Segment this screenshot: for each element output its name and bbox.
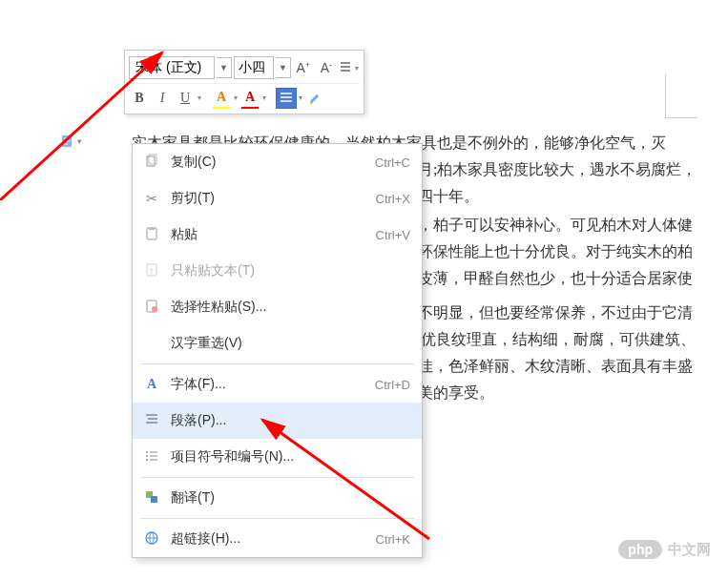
doc-text: 不明显，但也要经常保养，不过由于它清 [418,304,693,321]
font-color-dropdown-icon[interactable]: ▾ [262,93,266,102]
increase-font-button[interactable]: A+ [293,57,314,78]
menu-label: 超链接(H)... [171,530,376,548]
paste-icon [144,226,159,244]
decrease-font-button[interactable]: A- [316,57,337,78]
menu-shortcut: Ctrl+X [376,192,410,206]
menu-label: 项目符号和编号(N)... [171,448,410,466]
font-size-dropdown-icon[interactable]: ▼ [276,57,291,78]
svg-rect-4 [149,227,155,230]
format-painter-button[interactable] [304,88,325,109]
highlight-color-button[interactable]: A [213,88,230,109]
svg-point-11 [146,459,148,461]
svg-point-9 [146,451,148,453]
ruler-right-edge [665,74,697,118]
menu-label: 字体(F)... [171,376,375,393]
svg-point-10 [146,455,148,457]
doc-text: 佳，色泽鲜丽、木纹清晰、表面具有丰盛 [418,358,693,374]
underline-dropdown-icon[interactable]: ▾ [198,93,201,102]
paragraph-icon [144,412,159,430]
svg-point-8 [152,306,157,312]
justify-dropdown-icon[interactable]: ▾ [299,93,302,102]
menu-reselect-characters[interactable]: 汉字重选(V) [133,325,422,362]
menu-shortcut: Ctrl+C [375,155,410,170]
bullets-icon [144,448,159,466]
menu-label: 复制(C) [171,154,375,171]
doc-text: 月;柏木家具密度比较大，遇水不易腐烂， [418,161,697,177]
mini-toolbar: 宋体 (正文) ▼ 小四 ▼ A+ A- ▾ B I U ▾ A ▾ A ▾ ▾ [124,50,364,114]
doc-text: 皮薄，甲醛自然也少，也十分适合居家使 [418,270,693,286]
menu-separator [140,363,414,364]
menu-paste-special[interactable]: 选择性粘贴(S)... [133,289,422,325]
menu-separator [140,477,414,478]
font-icon: A [147,377,156,392]
document-nav-icon[interactable]: ▾ [57,130,84,153]
doc-text: 环保性能上也十分优良。对于纯实木的柏 [418,243,693,259]
context-menu: 复制(C) Ctrl+C ✂ 剪切(T) Ctrl+X 粘贴 Ctrl+V T … [132,143,423,558]
menu-paste-text-only: T 只粘贴文本(T) [133,253,422,289]
hyperlink-icon [144,530,159,549]
menu-label: 段落(P)... [171,412,410,429]
php-badge: php [618,540,662,559]
menu-shortcut: Ctrl+D [375,378,410,392]
paste-text-icon: T [144,262,159,280]
menu-hyperlink[interactable]: 超链接(H)... Ctrl+K [133,521,422,557]
line-spacing-button[interactable]: ▾ [339,57,360,78]
menu-bullets-numbering[interactable]: 项目符号和编号(N)... [133,439,422,475]
menu-label: 剪切(T) [171,190,376,207]
menu-label: 粘贴 [171,226,376,243]
menu-label: 只粘贴文本(T) [171,262,410,280]
cut-icon: ✂ [146,191,157,206]
bold-button[interactable]: B [129,88,150,109]
svg-text:T: T [150,267,155,276]
document-nav-dropdown-icon: ▾ [77,136,82,146]
menu-font[interactable]: A 字体(F)... Ctrl+D [133,366,422,403]
doc-text: |优良纹理直，结构细，耐腐，可供建筑、 [418,331,696,347]
menu-separator [140,518,414,519]
paste-special-icon [144,299,159,317]
italic-button[interactable]: I [152,88,173,109]
menu-label: 汉字重选(V) [171,335,410,352]
doc-text: 四十年。 [418,188,479,204]
watermark: php 中文网 [618,540,711,559]
font-name-dropdown-icon[interactable]: ▼ [217,57,232,78]
menu-shortcut: Ctrl+K [376,532,410,547]
underline-button[interactable]: U [175,88,196,109]
menu-paragraph[interactable]: 段落(P)... [133,403,422,439]
doc-text: 美的享受。 [418,384,494,401]
translate-icon [144,489,159,508]
menu-label: 选择性粘贴(S)... [171,299,410,316]
highlight-dropdown-icon[interactable]: ▾ [234,93,238,102]
justify-button[interactable] [276,88,297,109]
menu-label: 翻译(T) [171,489,410,507]
menu-cut[interactable]: ✂ 剪切(T) Ctrl+X [133,180,422,217]
menu-copy[interactable]: 复制(C) Ctrl+C [133,144,422,180]
svg-rect-13 [151,496,157,503]
font-size-select[interactable]: 小四 [234,56,274,79]
menu-shortcut: Ctrl+V [376,228,410,242]
copy-icon [144,154,159,172]
watermark-text: 中文网 [668,541,711,559]
font-name-select[interactable]: 宋体 (正文) [129,56,215,79]
font-color-button[interactable]: A [241,88,259,109]
menu-translate[interactable]: 翻译(T) [133,480,422,516]
menu-paste[interactable]: 粘贴 Ctrl+V [133,217,422,253]
doc-text: ，柏子可以安神补心。可见柏木对人体健 [418,217,693,233]
